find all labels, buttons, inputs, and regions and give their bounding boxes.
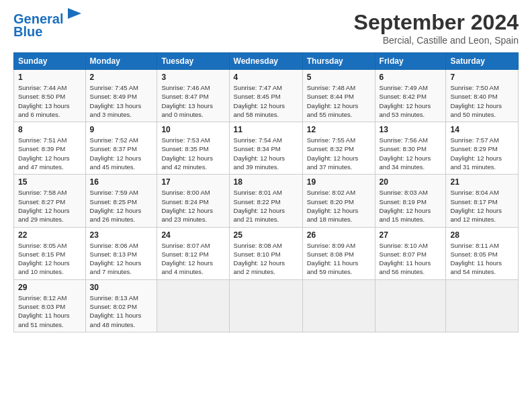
day-info: Sunrise: 8:03 AMSunset: 8:19 PMDaylight:… — [380, 188, 442, 224]
day-number: 6 — [380, 73, 442, 82]
calendar-cell — [375, 279, 446, 332]
calendar-cell — [446, 279, 519, 332]
day-number: 30 — [90, 283, 153, 292]
calendar-header-tuesday: Tuesday — [157, 53, 229, 70]
calendar-cell: 17Sunrise: 8:00 AMSunset: 8:24 PMDayligh… — [157, 175, 229, 227]
calendar-cell: 12Sunrise: 7:55 AMSunset: 8:32 PMDayligh… — [302, 122, 375, 175]
calendar-cell: 29Sunrise: 8:12 AMSunset: 8:03 PMDayligh… — [14, 279, 86, 332]
day-number: 22 — [18, 230, 81, 240]
day-number: 29 — [18, 283, 81, 292]
day-number: 25 — [234, 230, 298, 240]
calendar-cell: 1Sunrise: 7:44 AMSunset: 8:50 PMDaylight… — [14, 70, 86, 122]
day-number: 5 — [307, 73, 371, 82]
calendar-cell: 26Sunrise: 8:09 AMSunset: 8:08 PMDayligh… — [302, 227, 375, 279]
calendar-cell: 16Sunrise: 7:59 AMSunset: 8:25 PMDayligh… — [85, 175, 157, 227]
day-info: Sunrise: 8:04 AMSunset: 8:17 PMDaylight:… — [450, 188, 514, 224]
calendar-cell: 28Sunrise: 8:11 AMSunset: 8:05 PMDayligh… — [446, 227, 519, 279]
calendar-week-row: 22Sunrise: 8:05 AMSunset: 8:15 PMDayligh… — [14, 227, 519, 279]
calendar-table: SundayMondayTuesdayWednesdayThursdayFrid… — [13, 52, 519, 332]
day-info: Sunrise: 7:50 AMSunset: 8:40 PMDaylight:… — [450, 83, 514, 119]
calendar-cell: 11Sunrise: 7:54 AMSunset: 8:34 PMDayligh… — [229, 122, 302, 175]
logo-icon — [64, 7, 85, 27]
day-info: Sunrise: 8:12 AMSunset: 8:03 PMDaylight:… — [18, 293, 81, 329]
day-number: 4 — [234, 73, 298, 82]
day-number: 12 — [307, 125, 371, 134]
day-number: 11 — [234, 125, 298, 134]
day-info: Sunrise: 8:09 AMSunset: 8:08 PMDaylight:… — [307, 241, 371, 277]
day-info: Sunrise: 7:56 AMSunset: 8:30 PMDaylight:… — [380, 136, 442, 171]
day-number: 17 — [161, 177, 224, 187]
day-info: Sunrise: 7:51 AMSunset: 8:39 PMDaylight:… — [18, 136, 81, 171]
svg-marker-0 — [68, 8, 81, 19]
calendar-cell: 2Sunrise: 7:45 AMSunset: 8:49 PMDaylight… — [85, 70, 157, 122]
day-number: 26 — [307, 230, 371, 240]
day-number: 19 — [307, 177, 371, 187]
logo-blue: Blue — [13, 24, 42, 39]
day-number: 14 — [450, 125, 514, 134]
subtitle: Bercial, Castille and Leon, Spain — [354, 35, 519, 46]
day-info: Sunrise: 7:47 AMSunset: 8:45 PMDaylight:… — [234, 83, 298, 119]
calendar-cell: 6Sunrise: 7:49 AMSunset: 8:42 PMDaylight… — [375, 70, 446, 122]
calendar-cell: 13Sunrise: 7:56 AMSunset: 8:30 PMDayligh… — [375, 122, 446, 175]
day-info: Sunrise: 7:45 AMSunset: 8:49 PMDaylight:… — [90, 83, 153, 119]
day-number: 8 — [18, 125, 81, 134]
calendar-header-thursday: Thursday — [302, 53, 375, 70]
calendar-cell: 5Sunrise: 7:48 AMSunset: 8:44 PMDaylight… — [302, 70, 375, 122]
calendar-header-wednesday: Wednesday — [229, 53, 302, 70]
day-number: 24 — [161, 230, 224, 240]
day-info: Sunrise: 8:06 AMSunset: 8:13 PMDaylight:… — [90, 241, 153, 277]
day-info: Sunrise: 8:01 AMSunset: 8:22 PMDaylight:… — [234, 188, 298, 224]
day-info: Sunrise: 8:05 AMSunset: 8:15 PMDaylight:… — [18, 241, 81, 277]
day-number: 10 — [161, 125, 224, 134]
calendar-cell — [302, 279, 375, 332]
day-info: Sunrise: 7:57 AMSunset: 8:29 PMDaylight:… — [450, 136, 514, 171]
day-info: Sunrise: 7:44 AMSunset: 8:50 PMDaylight:… — [18, 83, 81, 119]
calendar-cell: 7Sunrise: 7:50 AMSunset: 8:40 PMDaylight… — [446, 70, 519, 122]
calendar-cell: 10Sunrise: 7:53 AMSunset: 8:35 PMDayligh… — [157, 122, 229, 175]
day-info: Sunrise: 7:48 AMSunset: 8:44 PMDaylight:… — [307, 83, 371, 119]
day-number: 15 — [18, 177, 81, 187]
calendar-cell — [157, 279, 229, 332]
day-info: Sunrise: 8:00 AMSunset: 8:24 PMDaylight:… — [161, 188, 224, 224]
header: General Blue September 2024 Bercial, Cas… — [13, 10, 519, 46]
calendar-cell: 14Sunrise: 7:57 AMSunset: 8:29 PMDayligh… — [446, 122, 519, 175]
day-number: 28 — [450, 230, 514, 240]
logo: General Blue — [13, 10, 85, 39]
day-info: Sunrise: 7:55 AMSunset: 8:32 PMDaylight:… — [307, 136, 371, 171]
calendar-cell — [229, 279, 302, 332]
calendar-week-row: 8Sunrise: 7:51 AMSunset: 8:39 PMDaylight… — [14, 122, 519, 175]
calendar-cell: 18Sunrise: 8:01 AMSunset: 8:22 PMDayligh… — [229, 175, 302, 227]
day-info: Sunrise: 8:07 AMSunset: 8:12 PMDaylight:… — [161, 241, 224, 277]
day-info: Sunrise: 8:10 AMSunset: 8:07 PMDaylight:… — [380, 241, 442, 277]
day-info: Sunrise: 7:58 AMSunset: 8:27 PMDaylight:… — [18, 188, 81, 224]
calendar-cell: 24Sunrise: 8:07 AMSunset: 8:12 PMDayligh… — [157, 227, 229, 279]
calendar-cell: 15Sunrise: 7:58 AMSunset: 8:27 PMDayligh… — [14, 175, 86, 227]
calendar-header-monday: Monday — [85, 53, 157, 70]
calendar-week-row: 15Sunrise: 7:58 AMSunset: 8:27 PMDayligh… — [14, 175, 519, 227]
calendar-cell: 4Sunrise: 7:47 AMSunset: 8:45 PMDaylight… — [229, 70, 302, 122]
page: General Blue September 2024 Bercial, Cas… — [0, 0, 532, 411]
day-info: Sunrise: 8:08 AMSunset: 8:10 PMDaylight:… — [234, 241, 298, 277]
day-info: Sunrise: 7:59 AMSunset: 8:25 PMDaylight:… — [90, 188, 153, 224]
day-number: 7 — [450, 73, 514, 82]
calendar-cell: 8Sunrise: 7:51 AMSunset: 8:39 PMDaylight… — [14, 122, 86, 175]
calendar-header-friday: Friday — [375, 53, 446, 70]
day-number: 13 — [380, 125, 442, 134]
calendar-cell: 25Sunrise: 8:08 AMSunset: 8:10 PMDayligh… — [229, 227, 302, 279]
calendar-cell: 27Sunrise: 8:10 AMSunset: 8:07 PMDayligh… — [375, 227, 446, 279]
day-number: 1 — [18, 73, 81, 82]
calendar-header-sunday: Sunday — [14, 53, 86, 70]
day-number: 18 — [234, 177, 298, 187]
day-info: Sunrise: 8:11 AMSunset: 8:05 PMDaylight:… — [450, 241, 514, 277]
calendar-cell: 3Sunrise: 7:46 AMSunset: 8:47 PMDaylight… — [157, 70, 229, 122]
day-number: 21 — [450, 177, 514, 187]
day-info: Sunrise: 7:53 AMSunset: 8:35 PMDaylight:… — [161, 136, 224, 171]
title-block: September 2024 Bercial, Castille and Leo… — [354, 10, 519, 46]
calendar-cell: 21Sunrise: 8:04 AMSunset: 8:17 PMDayligh… — [446, 175, 519, 227]
day-number: 27 — [380, 230, 442, 240]
main-title: September 2024 — [354, 10, 519, 35]
day-number: 2 — [90, 73, 153, 82]
calendar-header-row: SundayMondayTuesdayWednesdayThursdayFrid… — [14, 53, 519, 70]
day-info: Sunrise: 8:13 AMSunset: 8:02 PMDaylight:… — [90, 293, 153, 329]
calendar-cell: 19Sunrise: 8:02 AMSunset: 8:20 PMDayligh… — [302, 175, 375, 227]
